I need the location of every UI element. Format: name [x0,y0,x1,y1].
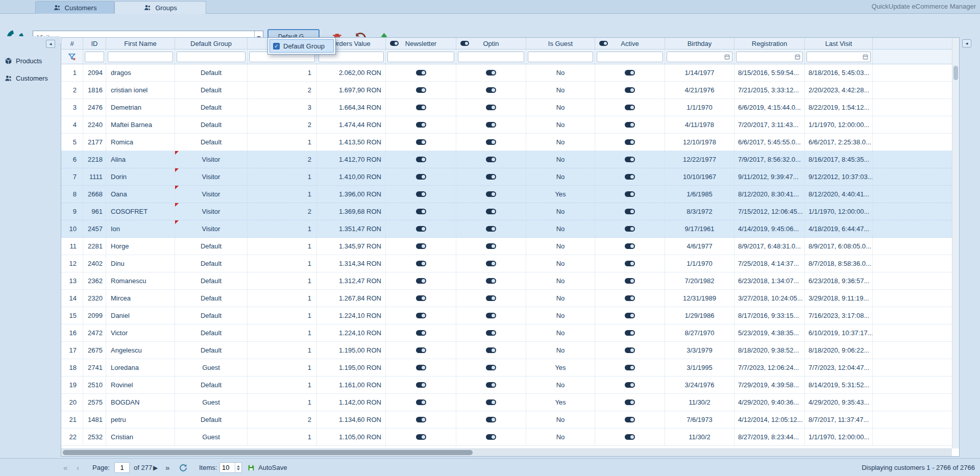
newsletter-toggle-on[interactable] [416,278,426,284]
column-header-last-visit[interactable]: Last Visit [805,38,873,49]
optin-toggle-on[interactable] [486,226,496,232]
optin-toggle-on[interactable] [486,174,496,180]
column-header-active[interactable]: Active [595,38,665,49]
customer-row[interactable]: 71111DorinVisitor11.410,00 RONNo10/10/19… [61,168,952,186]
optin-toggle-on[interactable] [486,295,496,301]
filter-input-birthday[interactable] [667,52,732,62]
optin-toggle-on[interactable] [486,243,496,249]
filter-input-default-group[interactable] [177,52,246,62]
customer-row[interactable]: 21816cristian ionelDefault21.697,90 RONN… [61,82,952,99]
optin-toggle-on[interactable] [486,87,496,93]
active-toggle-on[interactable] [625,434,635,440]
column-visibility-toggle-icon[interactable] [599,41,608,46]
pager-next-button[interactable]: ▶ [153,459,158,476]
newsletter-toggle-on[interactable] [416,295,426,301]
spinner-down-icon[interactable] [237,468,240,470]
newsletter-toggle-on[interactable] [416,313,426,318]
optin-toggle-on[interactable] [486,209,496,214]
customer-row[interactable]: 202575BOGDANGuest11.142,00 RONYes11/30/2… [61,394,952,411]
active-toggle-on[interactable] [625,382,635,388]
newsletter-toggle-on[interactable] [416,243,426,249]
column-visibility-toggle-icon[interactable] [390,41,399,46]
tab-groups[interactable]: Groups [114,1,206,14]
horizontal-scrollbar[interactable] [61,448,952,456]
refresh-button[interactable] [179,459,188,476]
column-header-col[interactable]: # [61,38,83,49]
items-spinner[interactable] [235,463,241,472]
horizontal-scrollbar-thumb[interactable] [63,450,473,455]
filter-input-is-guest[interactable] [528,52,593,62]
checkbox-checked-icon[interactable]: ✓ [273,43,280,49]
customer-row[interactable]: 142320MirceaDefault11.267,84 RONNo12/31/… [61,290,952,307]
optin-toggle-on[interactable] [486,313,496,318]
customer-row[interactable]: 162472VictorDefault11.224,10 RONNo8/27/1… [61,324,952,342]
newsletter-toggle-on[interactable] [416,434,426,440]
optin-toggle-on[interactable] [486,365,496,370]
column-header-optin[interactable]: Optin [456,38,526,49]
customer-row[interactable]: 172675AngelescuDefault11.195,00 RONNo3/3… [61,342,952,359]
column-header-newsletter[interactable]: Newsletter [386,38,456,49]
active-toggle-on[interactable] [625,295,635,301]
column-header-registration[interactable]: Registration [734,38,805,49]
customer-row[interactable]: 211481petruDefault21.134,60 RONNo7/6/197… [61,411,952,429]
optin-toggle-on[interactable] [486,278,496,284]
newsletter-toggle-on[interactable] [416,191,426,197]
customer-row[interactable]: 122402DinuDefault11.314,34 RONNo1/1/1970… [61,255,952,272]
page-number-input[interactable] [114,462,130,473]
newsletter-toggle-on[interactable] [416,87,426,93]
sidebar-item-products[interactable]: Products [4,57,42,65]
customer-row[interactable]: 152099DanielDefault11.224,10 RONNo1/29/1… [61,307,952,324]
active-toggle-on[interactable] [625,313,635,318]
optin-toggle-on[interactable] [486,347,496,353]
sidebar-item-customers[interactable]: Customers [4,74,48,83]
column-header-default-group[interactable]: Default Group [175,38,248,49]
customer-row[interactable]: 52177RomicaDefault11.413,50 RONNo12/10/1… [61,134,952,151]
column-header-id[interactable]: ID [83,38,106,49]
optin-toggle-on[interactable] [486,399,496,405]
sidebar-collapse-button[interactable]: ◄ [46,40,55,48]
customer-row[interactable]: 42240Maftei BarneaDefault21.474,44 RONNo… [61,116,952,134]
right-panel-collapse-button[interactable]: ◄ [962,39,971,47]
optin-toggle-on[interactable] [486,70,496,76]
newsletter-toggle-on[interactable] [416,365,426,370]
group-dropdown-item-default-group[interactable]: ✓ Default Group [270,39,334,53]
active-toggle-on[interactable] [625,261,635,266]
newsletter-toggle-on[interactable] [416,382,426,388]
active-toggle-on[interactable] [625,226,635,232]
active-toggle-on[interactable] [625,70,635,76]
column-header-is-guest[interactable]: Is Guest [526,38,595,49]
optin-toggle-on[interactable] [486,417,496,422]
customer-row[interactable]: 82668OanaVisitor11.396,00 RONYes1/6/1985… [61,186,952,203]
column-header-birthday[interactable]: Birthday [665,38,734,49]
autosave-control[interactable]: AutoSave [247,459,287,476]
optin-toggle-on[interactable] [486,330,496,336]
newsletter-toggle-on[interactable] [416,105,426,110]
newsletter-toggle-on[interactable] [416,157,426,162]
tab-customers[interactable]: Customers [35,1,114,14]
optin-toggle-on[interactable] [486,191,496,197]
customer-row[interactable]: 132362RomanescuDefault11.312,47 RONNo7/2… [61,272,952,290]
customer-row[interactable]: 12094dragosDefault12.062,00 RONNo1/14/19… [61,64,952,82]
active-toggle-on[interactable] [625,278,635,284]
items-per-page-input[interactable] [220,463,235,472]
customer-row[interactable]: 112281HorgeDefault11.345,97 RONNo4/6/197… [61,238,952,255]
optin-toggle-on[interactable] [486,122,496,128]
active-toggle-on[interactable] [625,139,635,145]
customer-row[interactable]: 102457IonVisitor11.351,47 RONNo9/17/1961… [61,220,952,238]
newsletter-toggle-on[interactable] [416,261,426,266]
filter-input-active[interactable] [597,52,663,62]
active-toggle-on[interactable] [625,87,635,93]
optin-toggle-on[interactable] [486,434,496,440]
newsletter-toggle-on[interactable] [416,122,426,128]
clear-filter-funnel-icon[interactable] [68,53,77,61]
pager-first-button[interactable]: « [63,459,67,476]
spinner-up-icon[interactable] [237,465,240,467]
newsletter-toggle-on[interactable] [416,139,426,145]
vertical-scrollbar-thumb[interactable] [953,66,958,80]
newsletter-toggle-on[interactable] [416,399,426,405]
active-toggle-on[interactable] [625,191,635,197]
customer-row[interactable]: 62218AlinaVisitor21.412,70 RONNo12/22/19… [61,151,952,168]
filter-input-optin[interactable] [458,52,524,62]
active-toggle-on[interactable] [625,347,635,353]
customer-row[interactable]: 192510RovinelDefault11.161,00 RONNo3/24/… [61,377,952,394]
